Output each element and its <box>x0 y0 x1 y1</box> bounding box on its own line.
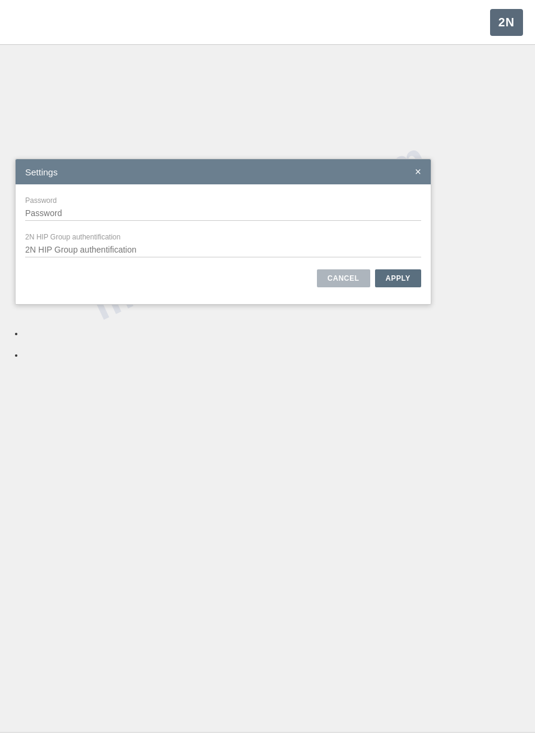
apply-button[interactable]: APPLY <box>375 269 421 287</box>
main-content: manualshive.com Settings × Password 2N H… <box>0 45 535 384</box>
bullet-list <box>24 329 523 360</box>
password-field-group: Password <box>25 196 421 221</box>
settings-close-button[interactable]: × <box>415 166 421 177</box>
auth-label: 2N HIP Group authentification <box>25 233 421 241</box>
list-item <box>24 329 523 338</box>
header: 2N <box>0 0 535 45</box>
logo-text: 2N <box>498 16 515 29</box>
footer <box>0 732 535 756</box>
password-input[interactable] <box>25 206 421 221</box>
auth-input[interactable] <box>25 242 421 257</box>
cancel-button[interactable]: CANCEL <box>317 269 370 287</box>
settings-modal: Settings × Password 2N HIP Group authent… <box>15 159 431 305</box>
settings-title: Settings <box>25 167 58 177</box>
logo-2n: 2N <box>490 9 523 36</box>
password-label: Password <box>25 196 421 205</box>
settings-actions: CANCEL APPLY <box>25 269 421 292</box>
auth-field-group: 2N HIP Group authentification <box>25 233 421 257</box>
settings-body: Password 2N HIP Group authentification C… <box>16 184 431 304</box>
list-item <box>24 350 523 360</box>
settings-header: Settings × <box>16 159 431 184</box>
